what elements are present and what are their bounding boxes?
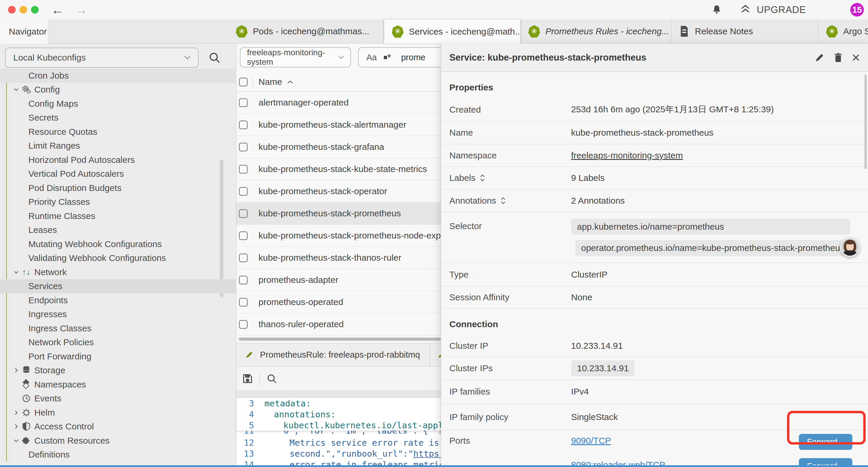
namespace-link[interactable]: freeleaps-monitoring-system [571, 150, 683, 160]
sidebar-item-vertical-pod-autoscalers[interactable]: Vertical Pod Autoscalers [0, 167, 236, 181]
sidebar-item-priority-classes[interactable]: Priority Classes [0, 195, 236, 209]
row-checkbox[interactable] [239, 231, 248, 240]
helm-wheel-icon [21, 408, 32, 417]
row-checkbox[interactable] [239, 254, 248, 262]
editor-search-icon[interactable] [266, 373, 277, 384]
sidebar-item-mutating-webhook-configurations[interactable]: Mutating Webhook Configurations [0, 237, 236, 251]
port-link[interactable]: 8080:reloader-web/TCP [571, 460, 665, 465]
sidebar-item-port-forwarding[interactable]: Port Forwarding [0, 349, 236, 363]
tab-pods[interactable]: ✳ Pods - icecheng@mathmas... [228, 20, 384, 43]
sidebar-item-runtime-classes[interactable]: Runtime Classes [0, 209, 236, 223]
sidebar-item-ingresses[interactable]: Ingresses [0, 308, 236, 322]
sidebar-item-endpoints[interactable]: Endpoints [0, 293, 236, 308]
app-window: ← → UPGRADE 15 Navigator ✳ Pods - iceche… [0, 0, 868, 467]
row-checkbox[interactable] [239, 209, 248, 218]
tab-strip: Navigator ✳ Pods - icecheng@mathmas... ✳… [0, 20, 868, 43]
tab-release-notes[interactable]: Release Notes [671, 20, 818, 43]
expand-collapse-icon[interactable] [500, 196, 506, 205]
port-link[interactable]: 9090/TCP [571, 436, 611, 446]
editor-tab-prometheusrule[interactable]: PrometheusRule: freeleaps-prod-rabbitmq [236, 343, 430, 366]
detail-row-ip-families: IP families IPv4 [441, 380, 868, 404]
back-arrow-icon[interactable]: ← [51, 3, 64, 16]
sidebar-item-cron-jobs[interactable]: Cron Jobs [0, 68, 236, 83]
row-checkbox[interactable] [239, 187, 248, 196]
sidebar-item-pod-disruption-budgets[interactable]: Pod Disruption Budgets [0, 181, 236, 195]
detail-row-created: Created 253d 16h 6m ago (2025年1月13日 GMT+… [441, 98, 868, 121]
sort-asc-icon[interactable] [287, 80, 293, 84]
code-line: metadata: [265, 399, 311, 408]
upgrade-button[interactable]: UPGRADE [739, 4, 806, 16]
row-checkbox[interactable] [239, 298, 248, 307]
sidebar-item-validating-webhook-configurations[interactable]: Validating Webhook Configurations [0, 251, 236, 265]
sidebar-search-icon[interactable] [208, 51, 221, 64]
detail-row-cluster-ips: Cluster IPs 10.233.14.91 [441, 357, 868, 380]
window-zoom-button[interactable] [31, 6, 39, 13]
notifications-bell-icon[interactable] [711, 4, 722, 16]
chevron-right-icon[interactable] [12, 409, 21, 416]
row-checkbox[interactable] [239, 121, 248, 129]
sidebar-group-helm[interactable]: Helm [0, 406, 236, 420]
forward-button[interactable]: Forward... [799, 458, 852, 465]
sidebar-group-config[interactable]: Config [0, 83, 236, 97]
name-column-header[interactable]: Name [258, 77, 282, 87]
row-checkbox[interactable] [239, 276, 248, 284]
puzzle-icon [21, 436, 32, 445]
search-query: prome [401, 53, 426, 62]
chevron-right-icon[interactable] [12, 423, 21, 430]
save-icon[interactable] [242, 373, 253, 384]
edit-pencil-icon[interactable] [814, 53, 825, 63]
sidebar-item-resource-quotas[interactable]: Resource Quotas [0, 125, 236, 139]
select-all-checkbox[interactable] [239, 78, 248, 86]
sidebar-item-config-maps[interactable]: Config Maps [0, 97, 236, 111]
namespace-select[interactable]: freeleaps-monitoring-system [240, 47, 351, 67]
sidebar-group-storage[interactable]: Storage [0, 363, 236, 378]
row-checkbox[interactable] [239, 143, 248, 151]
navigator-tab[interactable]: Navigator [0, 20, 48, 43]
forward-arrow-icon[interactable]: → [75, 3, 88, 16]
row-checkbox[interactable] [239, 98, 248, 107]
navigator-sidebar: Local Kubeconfigs Cron Jobs Config Confi… [0, 43, 236, 467]
tab-prometheus-rules[interactable]: ✳ Prometheus Rules - icecheng... [521, 20, 671, 43]
window-bottom-accent [0, 465, 868, 467]
sidebar-item-limit-ranges[interactable]: Limit Ranges [0, 139, 236, 153]
sidebar-item-secrets[interactable]: Secrets [0, 111, 236, 125]
notification-count-badge[interactable]: 15 [850, 3, 864, 17]
close-icon[interactable]: × [852, 51, 860, 65]
sidebar-item-definitions[interactable]: Definitions [0, 448, 236, 462]
sidebar-item-horizontal-pod-autoscalers[interactable]: Horizontal Pod Autoscalers [0, 153, 236, 167]
avatar[interactable] [840, 237, 860, 257]
row-checkbox[interactable] [239, 165, 248, 174]
expand-collapse-icon[interactable] [479, 174, 486, 182]
sidebar-item-network-policies[interactable]: Network Policies [0, 335, 236, 350]
sidebar-group-network[interactable]: ↑↓ Network [0, 265, 236, 279]
sidebar-item-leases[interactable]: Leases [0, 223, 236, 237]
sidebar-group-custom-resources[interactable]: Custom Resources [0, 434, 236, 448]
chevron-right-icon[interactable] [12, 367, 21, 374]
match-case-toggle[interactable]: Aa [366, 53, 377, 62]
forward-button[interactable]: Forward... [799, 434, 852, 450]
window-minimize-button[interactable] [20, 6, 27, 13]
regex-toggle[interactable]: * [384, 54, 391, 60]
chevron-down-icon[interactable] [12, 437, 21, 444]
window-close-button[interactable] [8, 6, 16, 13]
chevron-down-icon[interactable] [12, 86, 21, 93]
tab-label: Prometheus Rules - icecheng... [546, 26, 669, 36]
tab-argo[interactable]: ✳ Argo Se [818, 20, 868, 43]
row-checkbox[interactable] [239, 320, 248, 329]
detail-body: Properties Created 253d 16h 6m ago (2025… [441, 72, 868, 465]
delete-trash-icon[interactable] [833, 52, 843, 63]
sidebar-item-namespaces[interactable]: Namespaces [0, 377, 236, 391]
horizontal-scrollbar[interactable] [239, 338, 441, 341]
chevron-down-icon [183, 55, 191, 61]
kubernetes-icon: ✳ [392, 25, 404, 38]
sidebar-item-ingress-classes[interactable]: Ingress Classes [0, 321, 236, 335]
tab-label: Argo Se [843, 26, 868, 36]
selector-chip: operator.prometheus.io/name=kube-prometh… [575, 240, 850, 256]
kubeconfig-select[interactable]: Local Kubeconfigs [5, 48, 198, 68]
chevron-down-icon[interactable] [12, 269, 21, 275]
sidebar-item-events[interactable]: Events [0, 391, 236, 406]
tab-services[interactable]: ✳ Services - icecheng@math... × [384, 20, 521, 43]
sidebar-item-services[interactable]: Services [0, 279, 236, 293]
list-search-input[interactable]: Aa * prome [358, 47, 447, 67]
sidebar-group-access-control[interactable]: Access Control [0, 420, 236, 434]
